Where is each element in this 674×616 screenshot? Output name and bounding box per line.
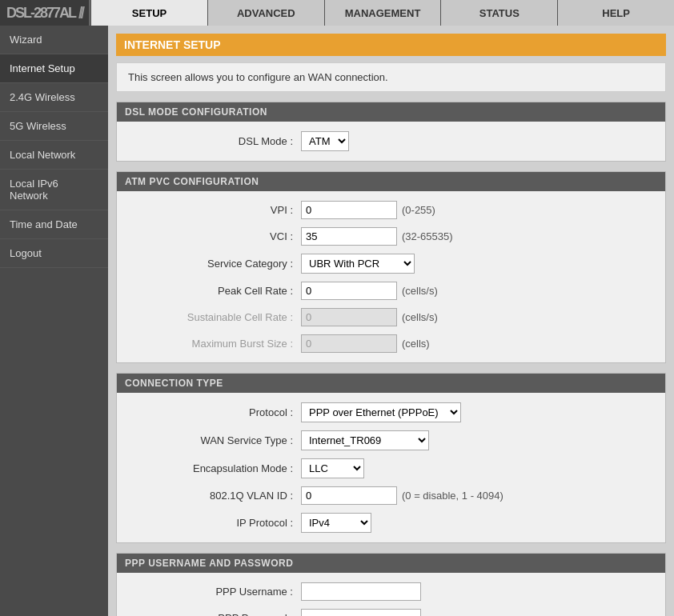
- peak-cell-rate-row: Peak Cell Rate : (cells/s): [125, 282, 657, 300]
- ip-protocol-select[interactable]: IPv4 IPv6 IPv4/IPv6: [301, 513, 371, 533]
- device-label: DSL-2877AL: [6, 5, 75, 22]
- vpi-hint: (0-255): [402, 204, 435, 216]
- main-content: INTERNET SETUP This screen allows you to…: [108, 26, 674, 616]
- protocol-row: Protocol : PPP over Ethernet (PPPoE) PPP…: [125, 402, 657, 422]
- ppp-title: PPP USERNAME AND PASSWORD: [117, 554, 665, 573]
- ppp-password-input[interactable]: [301, 609, 421, 616]
- sidebar-item-local-network[interactable]: Local Network: [0, 141, 108, 170]
- sustainable-cell-rate-label: Sustainable Cell Rate :: [125, 311, 301, 323]
- encapsulation-mode-label: Encapsulation Mode :: [125, 462, 301, 474]
- ppp-block: PPP USERNAME AND PASSWORD PPP Username :…: [116, 553, 666, 616]
- peak-cell-rate-hint: (cells/s): [402, 285, 438, 297]
- vci-row: VCI : (32-65535): [125, 227, 657, 246]
- dsl-mode-body: DSL Mode : ATM PTM: [117, 122, 665, 161]
- atm-pvc-title: ATM PVC CONFIGURATION: [117, 172, 665, 191]
- max-burst-size-label: Maximum Burst Size :: [125, 338, 301, 350]
- service-category-select[interactable]: UBR With PCR UBR Without PCR CBR Non Rea…: [301, 254, 415, 274]
- tab-help[interactable]: HELP: [557, 0, 674, 26]
- service-category-row: Service Category : UBR With PCR UBR With…: [125, 254, 657, 274]
- page-title: INTERNET SETUP: [116, 34, 666, 56]
- atm-pvc-body: VPI : (0-255) VCI : (32-65535) Service C…: [117, 191, 665, 362]
- vlan-id-row: 802.1Q VLAN ID : (0 = disable, 1 - 4094): [125, 486, 657, 505]
- sidebar-item-logout[interactable]: Logout: [0, 239, 108, 268]
- vci-label: VCI :: [125, 230, 301, 242]
- device-slashes: //: [78, 4, 82, 22]
- ppp-username-input[interactable]: [301, 582, 421, 601]
- dsl-mode-title: DSL MODE CONFIGURATION: [117, 102, 665, 122]
- dsl-mode-select[interactable]: ATM PTM: [301, 131, 349, 151]
- vpi-row: VPI : (0-255): [125, 201, 657, 219]
- protocol-select[interactable]: PPP over Ethernet (PPPoE) PPP over ATM (…: [301, 402, 461, 422]
- peak-cell-rate-label: Peak Cell Rate :: [125, 285, 301, 297]
- ppp-password-label: PPP Password :: [125, 612, 301, 616]
- sidebar-item-local-ipv6[interactable]: Local IPv6 Network: [0, 170, 108, 210]
- sustainable-cell-rate-row: Sustainable Cell Rate : (cells/s): [125, 308, 657, 326]
- dsl-mode-label: DSL Mode :: [125, 135, 301, 147]
- peak-cell-rate-input[interactable]: [301, 282, 397, 300]
- vpi-label: VPI :: [125, 204, 301, 216]
- sustainable-cell-rate-hint: (cells/s): [402, 311, 438, 323]
- page-description: This screen allows you to configure an W…: [116, 62, 666, 92]
- wan-service-type-label: WAN Service Type :: [125, 434, 301, 446]
- max-burst-size-hint: (cells): [402, 338, 430, 350]
- ppp-password-row: PPP Password :: [125, 609, 657, 616]
- connection-type-title: CONNECTION TYPE: [117, 374, 665, 393]
- ip-protocol-label: IP Protocol :: [125, 517, 301, 529]
- top-bar: DSL-2877AL // SETUP ADVANCED MANAGEMENT …: [0, 0, 674, 26]
- tab-advanced[interactable]: ADVANCED: [207, 0, 324, 26]
- vci-hint: (32-65535): [402, 230, 453, 242]
- device-name: DSL-2877AL //: [0, 0, 90, 26]
- atm-pvc-block: ATM PVC CONFIGURATION VPI : (0-255) VCI …: [116, 171, 666, 363]
- sidebar-item-wizard[interactable]: Wizard: [0, 26, 108, 54]
- tab-management[interactable]: MANAGEMENT: [324, 0, 441, 26]
- sidebar-item-time-date[interactable]: Time and Date: [0, 210, 108, 239]
- connection-type-body: Protocol : PPP over Ethernet (PPPoE) PPP…: [117, 393, 665, 542]
- encapsulation-mode-select[interactable]: LLC VCMUX: [301, 458, 364, 478]
- sidebar-item-internet-setup[interactable]: Internet Setup: [0, 54, 108, 83]
- max-burst-size-row: Maximum Burst Size : (cells): [125, 334, 657, 353]
- ppp-username-label: PPP Username :: [125, 586, 301, 598]
- ip-protocol-row: IP Protocol : IPv4 IPv6 IPv4/IPv6: [125, 513, 657, 533]
- sidebar-item-5g-wireless[interactable]: 5G Wireless: [0, 112, 108, 141]
- vlan-id-hint: (0 = disable, 1 - 4094): [402, 490, 503, 502]
- encapsulation-mode-row: Encapsulation Mode : LLC VCMUX: [125, 458, 657, 478]
- wan-service-type-select[interactable]: Internet_TR069 Internet TR069 Other: [301, 430, 429, 450]
- dsl-mode-row: DSL Mode : ATM PTM: [125, 131, 657, 151]
- tab-status[interactable]: STATUS: [440, 0, 557, 26]
- vpi-input[interactable]: [301, 201, 397, 219]
- nav-tabs: SETUP ADVANCED MANAGEMENT STATUS HELP: [90, 0, 674, 26]
- vci-input[interactable]: [301, 227, 397, 246]
- layout: Wizard Internet Setup 2.4G Wireless 5G W…: [0, 26, 674, 616]
- sidebar: Wizard Internet Setup 2.4G Wireless 5G W…: [0, 26, 108, 616]
- vlan-id-input[interactable]: [301, 486, 397, 505]
- service-category-label: Service Category :: [125, 258, 301, 270]
- max-burst-size-input: [301, 334, 397, 353]
- sustainable-cell-rate-input: [301, 308, 397, 326]
- sidebar-item-2g-wireless[interactable]: 2.4G Wireless: [0, 83, 108, 112]
- vlan-id-label: 802.1Q VLAN ID :: [125, 490, 301, 502]
- wan-service-type-row: WAN Service Type : Internet_TR069 Intern…: [125, 430, 657, 450]
- tab-setup[interactable]: SETUP: [90, 0, 207, 26]
- ppp-username-row: PPP Username :: [125, 582, 657, 601]
- ppp-body: PPP Username : PPP Password : Confirm PP…: [117, 573, 665, 616]
- protocol-label: Protocol :: [125, 406, 301, 418]
- dsl-mode-block: DSL MODE CONFIGURATION DSL Mode : ATM PT…: [116, 102, 666, 162]
- connection-type-block: CONNECTION TYPE Protocol : PPP over Ethe…: [116, 373, 666, 543]
